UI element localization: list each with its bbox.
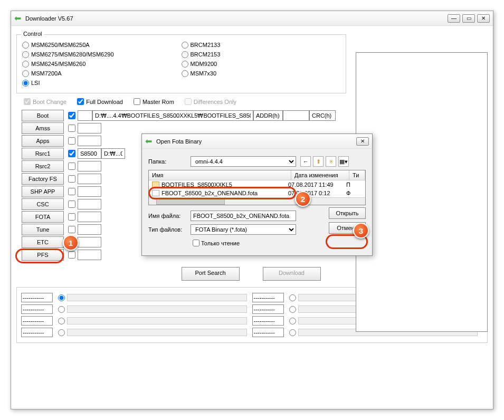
rsrc2-field[interactable] bbox=[78, 161, 101, 171]
crc-blank[interactable] bbox=[283, 110, 309, 121]
boot-idx[interactable] bbox=[78, 110, 92, 121]
maximize-button[interactable]: ▭ bbox=[462, 14, 475, 23]
open-button[interactable]: Открыть bbox=[329, 207, 366, 219]
dialog-close-button[interactable]: ✕ bbox=[356, 137, 369, 146]
progress-bar-2 bbox=[67, 306, 247, 313]
readonly-check[interactable] bbox=[193, 240, 199, 246]
rsrc1-button[interactable]: Rsrc1 bbox=[22, 148, 64, 159]
etc-button[interactable]: ETC bbox=[22, 236, 64, 248]
filename-input[interactable] bbox=[191, 211, 296, 221]
readonly-label: Только чтение bbox=[201, 240, 240, 246]
download-button: Download bbox=[263, 267, 321, 281]
csc-field[interactable] bbox=[78, 199, 101, 209]
addr-field[interactable] bbox=[253, 110, 283, 121]
main-window: ⬅ Downloader V5.67 — ▭ ✕ Control MSM6250… bbox=[11, 11, 493, 409]
nav-view-icon[interactable]: ▦▾ bbox=[338, 156, 349, 167]
apps-field[interactable] bbox=[78, 136, 101, 146]
fota-check[interactable] bbox=[68, 213, 75, 221]
nav-new-folder-icon[interactable]: ✳ bbox=[326, 156, 336, 167]
folder-select[interactable]: omni-4.4.4 bbox=[191, 156, 296, 167]
radio-msm7200a[interactable]: MSM7200A bbox=[22, 69, 182, 78]
radio-msm7x30[interactable]: MSM7x30 bbox=[182, 69, 341, 78]
pfs-check[interactable] bbox=[68, 251, 75, 259]
radio-msm6245/msm6260[interactable]: MSM6245/MSM6260 bbox=[22, 59, 182, 69]
boot-path[interactable] bbox=[92, 110, 253, 121]
apps-button[interactable]: Apps bbox=[22, 135, 64, 147]
progress-radio-3[interactable] bbox=[289, 306, 296, 313]
tune-button[interactable]: Tune bbox=[22, 224, 64, 235]
filename-label: Имя файла: bbox=[148, 213, 191, 219]
progress-radio-7[interactable] bbox=[289, 329, 296, 336]
progress-radio-1[interactable] bbox=[289, 294, 296, 301]
progress-radio-5[interactable] bbox=[289, 318, 296, 324]
dialog-back-icon[interactable]: ⬅ bbox=[145, 136, 152, 146]
boot-button[interactable]: Boot bbox=[22, 110, 64, 121]
control-group: Control MSM6250/MSM6250AMSM6275/MSM6280/… bbox=[16, 34, 346, 93]
open-file-dialog: ⬅ Open Fota Binary ✕ Папка: omni-4.4.4 ←… bbox=[141, 133, 373, 256]
shp app-check[interactable] bbox=[68, 188, 75, 195]
progress-label-0 bbox=[21, 293, 53, 302]
pfs-field[interactable] bbox=[78, 250, 101, 260]
progress-radio-6[interactable] bbox=[58, 329, 65, 336]
master-rom-check[interactable]: Master Rom bbox=[131, 97, 174, 107]
radio-brcm2133[interactable]: BRCM2133 bbox=[182, 40, 341, 50]
amss-button[interactable]: Amss bbox=[22, 122, 64, 134]
close-button[interactable]: ✕ bbox=[477, 14, 490, 23]
amss-check[interactable] bbox=[68, 125, 75, 132]
rsrc2-button[interactable]: Rsrc2 bbox=[22, 160, 64, 172]
rsrc2-check[interactable] bbox=[68, 163, 75, 170]
radio-lsi[interactable]: LSI bbox=[22, 78, 182, 88]
callout-3: 3 bbox=[353, 223, 369, 238]
filetype-select[interactable]: FOTA Binary (*.fota) bbox=[191, 224, 296, 235]
col-name[interactable]: Имя bbox=[149, 170, 291, 180]
control-legend: Control bbox=[21, 31, 44, 37]
progress-label-1 bbox=[252, 293, 284, 302]
shp app-button[interactable]: SHP APP bbox=[22, 186, 64, 197]
crc-field[interactable] bbox=[309, 110, 336, 121]
tune-check[interactable] bbox=[68, 226, 75, 233]
boot-check[interactable] bbox=[68, 112, 75, 119]
progress-label-7 bbox=[252, 328, 284, 337]
nav-up-icon[interactable]: ⬆ bbox=[313, 156, 324, 167]
radio-mdm9200[interactable]: MDM9200 bbox=[182, 59, 341, 69]
radio-msm6250/msm6250a[interactable]: MSM6250/MSM6250A bbox=[22, 40, 182, 50]
etc-field[interactable] bbox=[78, 237, 101, 247]
factory fs-field[interactable] bbox=[78, 174, 101, 184]
fota-field[interactable] bbox=[78, 212, 101, 222]
rsrc1-check[interactable] bbox=[68, 150, 75, 157]
differences-check: Differences Only bbox=[183, 97, 236, 107]
factory fs-check[interactable] bbox=[68, 175, 75, 183]
shp app-field[interactable] bbox=[78, 186, 101, 197]
progress-slot-2 bbox=[21, 304, 252, 314]
col-date[interactable]: Дата изменения bbox=[291, 170, 349, 180]
progress-radio-0[interactable] bbox=[58, 294, 65, 301]
radio-brcm2153[interactable]: BRCM2153 bbox=[182, 50, 341, 59]
progress-bar-0 bbox=[67, 294, 247, 301]
apps-check[interactable] bbox=[68, 137, 75, 145]
folder-label: Папка: bbox=[148, 158, 191, 165]
factory fs-button[interactable]: Factory FS bbox=[22, 173, 64, 185]
csc-check[interactable] bbox=[68, 201, 75, 208]
titlebar: ⬅ Downloader V5.67 — ▭ ✕ bbox=[11, 11, 493, 26]
progress-slot-4 bbox=[21, 316, 252, 326]
rsrc1-model[interactable] bbox=[78, 148, 101, 159]
port-search-button[interactable]: Port Search bbox=[182, 267, 240, 281]
nav-back-icon[interactable]: ← bbox=[300, 156, 311, 167]
amss-field[interactable] bbox=[78, 123, 101, 133]
rsrc1-path[interactable] bbox=[101, 148, 125, 159]
radio-msm6275/msm6280/msm6290[interactable]: MSM6275/MSM6280/MSM6290 bbox=[22, 50, 182, 59]
fota-button[interactable]: FOTA bbox=[22, 211, 64, 223]
col-type[interactable]: Ти bbox=[349, 170, 365, 180]
progress-label-6 bbox=[21, 328, 53, 337]
progress-radio-2[interactable] bbox=[58, 306, 65, 313]
boot-change-check: Boot Change bbox=[22, 97, 66, 107]
back-arrow-icon[interactable]: ⬅ bbox=[14, 13, 21, 23]
progress-radio-4[interactable] bbox=[58, 318, 65, 324]
progress-slot-0 bbox=[21, 293, 252, 302]
progress-label-4 bbox=[21, 316, 53, 326]
progress-slot-6 bbox=[21, 328, 252, 337]
full-download-check[interactable]: Full Download bbox=[75, 97, 123, 107]
tune-field[interactable] bbox=[78, 224, 101, 235]
minimize-button[interactable]: — bbox=[448, 14, 460, 23]
csc-button[interactable]: CSC bbox=[22, 198, 64, 210]
